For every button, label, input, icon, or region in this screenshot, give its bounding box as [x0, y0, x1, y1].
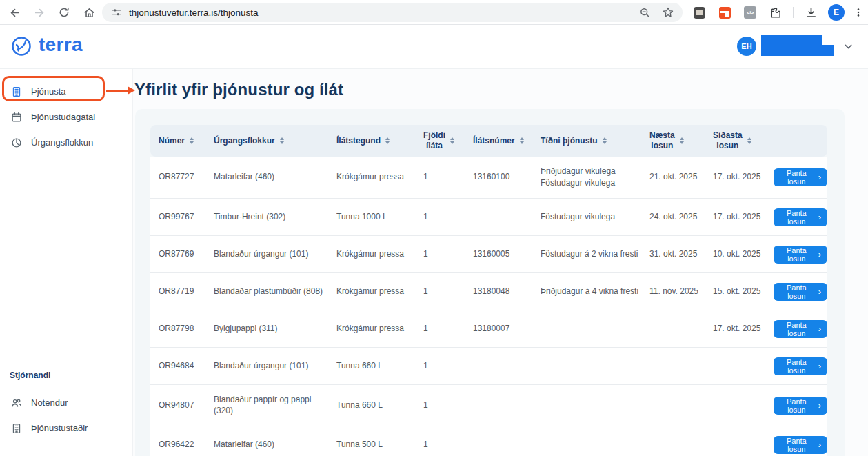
table-card: Númer Úrgangsflokkur Ílátstegund Fjöldi … [135, 109, 845, 456]
sort-icon[interactable] [280, 137, 284, 144]
panta-losun-button[interactable]: Panta losun › [774, 208, 827, 226]
panta-losun-label: Panta losun [781, 321, 812, 337]
chevron-right-icon: › [818, 250, 821, 259]
user-avatar[interactable]: EH [737, 37, 756, 56]
cell-ilatstegund: Krókgámur pressa [336, 310, 423, 347]
cell-tidni-thjonustu: Föstudagur á 2 vikna fresti [541, 235, 649, 272]
cell-numer: OR99767 [150, 198, 214, 235]
extension-2-icon[interactable] [718, 6, 731, 19]
sort-icon[interactable] [450, 137, 454, 144]
panta-losun-label: Panta losun [781, 397, 812, 414]
cell-fjoldi-ilata: 1 [423, 384, 473, 426]
panta-losun-label: Panta losun [781, 169, 812, 186]
cell-fjoldi-ilata: 1 [423, 157, 473, 198]
sort-icon[interactable] [747, 137, 751, 144]
cell-naesta-losun [649, 347, 713, 384]
table-row: OR87719 Blandaðar plastumbúðir (808) Kró… [150, 272, 827, 310]
cell-urgangsflokkur: Bylgjupappi (311) [214, 310, 336, 347]
cell-fjoldi-ilata: 1 [423, 272, 473, 310]
chevron-right-icon: › [818, 287, 821, 296]
cell-urgangsflokkur: Matarleifar (460) [214, 157, 336, 198]
app-header: terra EH [0, 25, 868, 69]
zoom-icon[interactable] [636, 3, 654, 21]
table-body: OR87727 Matarleifar (460) Krókgámur pres… [150, 157, 827, 456]
browser-toolbar: thjonustuvefur.terra.is/thjonusta </> E [0, 0, 868, 25]
cell-fjoldi-ilata: 1 [423, 347, 473, 384]
url-text[interactable]: thjonustuvefur.terra.is/thjonusta [129, 8, 636, 18]
panta-losun-label: Panta losun [781, 284, 812, 300]
sidebar-item-notendur[interactable]: Notendur [0, 390, 132, 415]
sort-icon[interactable] [603, 137, 607, 144]
actions-column-header [774, 125, 827, 157]
site-permissions-icon[interactable] [111, 7, 122, 18]
cell-naesta-losun [649, 310, 713, 347]
calendar-icon [10, 110, 23, 124]
brand-name: terra [39, 35, 83, 57]
cell-actions: Panta losun › [774, 272, 827, 310]
panta-losun-button[interactable]: Panta losun › [774, 246, 827, 264]
url-bar[interactable]: thjonustuvefur.terra.is/thjonusta [102, 3, 683, 22]
cell-naesta-losun: 21. okt. 2025 [649, 157, 713, 198]
page-title: Yfirlit yfir þjónustur og ílát [134, 80, 868, 99]
cell-ilatsnumer [473, 426, 541, 456]
cell-naesta-losun: 31. okt. 2025 [649, 235, 713, 272]
cell-ilatstegund: Tunna 660 L [336, 347, 423, 384]
cell-sidasta-losun [713, 347, 774, 384]
back-icon[interactable] [6, 3, 23, 21]
cell-numer: OR87798 [150, 310, 214, 347]
panta-losun-button[interactable]: Panta losun › [774, 397, 827, 415]
extension-1-icon[interactable] [692, 6, 706, 19]
sidebar-item-urgangsflokkun[interactable]: Úrgangsflokkun [0, 130, 132, 155]
column-header: Númer [150, 125, 214, 157]
chevron-right-icon: › [818, 361, 821, 370]
sidebar-item-thjonustustadir[interactable]: Þjónustustaðir [0, 415, 132, 441]
table-header-row: Númer Úrgangsflokkur Ílátstegund Fjöldi … [150, 125, 827, 157]
cell-ilatsnumer: 13180007 [473, 310, 541, 347]
menu-kebab-icon[interactable] [849, 3, 867, 21]
chevron-right-icon: › [818, 440, 821, 449]
chevron-right-icon: › [818, 172, 821, 181]
column-header-label: Fjöldi íláta [423, 130, 445, 151]
cell-tidni-thjonustu: Þriðjudagur á 4 vikna fresti [541, 272, 649, 310]
panta-losun-button[interactable]: Panta losun › [774, 283, 827, 301]
cell-ilatstegund: Krókgámur pressa [336, 157, 423, 198]
sort-icon[interactable] [680, 137, 684, 144]
users-icon [10, 396, 23, 410]
cell-sidasta-losun: 17. okt. 2025 [713, 198, 774, 235]
terra-logo[interactable]: terra [9, 34, 83, 59]
bookmark-star-icon[interactable] [659, 3, 677, 21]
table-row: OR87769 Blandaður úrgangur (101) Krókgám… [150, 235, 827, 272]
toolbar-divider [793, 7, 794, 18]
extensions-puzzle-icon[interactable] [768, 6, 782, 19]
sort-icon[interactable] [190, 137, 194, 144]
cell-tidni-thjonustu [541, 347, 649, 384]
cell-ilatsnumer: 13160100 [473, 157, 541, 198]
chevron-down-icon[interactable] [842, 41, 854, 55]
cell-tidni-thjonustu [541, 310, 649, 347]
building-icon [10, 422, 23, 435]
downloads-icon[interactable] [802, 3, 820, 21]
column-header: Ílátsnúmer [473, 125, 541, 157]
home-icon[interactable] [80, 3, 98, 21]
main-content: Yfirlit yfir þjónustur og ílát Númer Úrg… [133, 69, 868, 456]
panta-losun-button[interactable]: Panta losun › [774, 320, 827, 338]
cell-tidni-thjonustu [541, 384, 649, 426]
cell-ilatstegund: Tunna 1000 L [336, 198, 423, 235]
table-row: OR87727 Matarleifar (460) Krókgámur pres… [150, 157, 827, 198]
sidebar-item-label: Þjónustudagatal [31, 112, 95, 122]
browser-profile-avatar[interactable]: E [828, 4, 845, 21]
sort-icon[interactable] [520, 137, 524, 144]
sidebar-item-thjonustudagatal[interactable]: Þjónustudagatal [0, 104, 132, 130]
cell-urgangsflokkur: Timbur-Hreint (302) [214, 198, 336, 235]
cell-naesta-losun [649, 426, 713, 456]
panta-losun-button[interactable]: Panta losun › [774, 357, 827, 375]
reload-icon[interactable] [55, 3, 73, 21]
extension-3-icon[interactable]: </> [743, 6, 757, 19]
sort-icon[interactable] [385, 137, 390, 144]
forward-icon[interactable] [30, 3, 48, 21]
cell-ilatsnumer [473, 347, 541, 384]
panta-losun-button[interactable]: Panta losun › [774, 436, 827, 454]
panta-losun-button[interactable]: Panta losun › [774, 168, 827, 186]
sidebar: Þjónusta Þjónustudagatal Úrgangsflokkun … [0, 69, 133, 456]
app-body: Þjónusta Þjónustudagatal Úrgangsflokkun … [0, 69, 868, 456]
